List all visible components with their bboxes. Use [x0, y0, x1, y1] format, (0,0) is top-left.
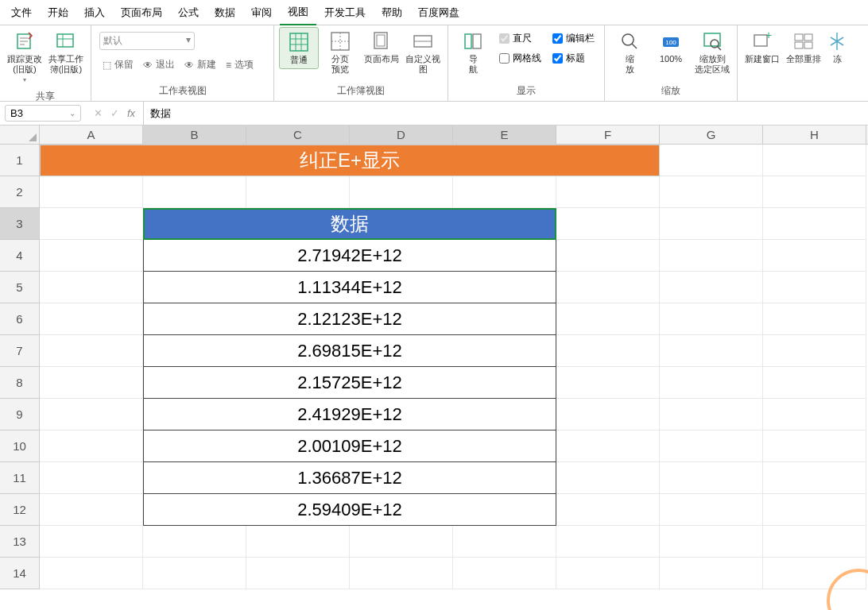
cell-A2[interactable] [40, 176, 143, 208]
data-cell-4[interactable]: 2.69815E+12 [143, 335, 556, 367]
row-header-7[interactable]: 7 [0, 335, 40, 367]
sheetview-selector[interactable]: 默认▾ [99, 32, 195, 50]
cell-G1[interactable] [660, 145, 763, 176]
cell-G5[interactable] [660, 272, 763, 303]
cell-A3[interactable] [40, 208, 143, 240]
cell-E13[interactable] [453, 526, 556, 558]
cell-H12[interactable] [763, 494, 866, 526]
cell-C2[interactable] [246, 176, 350, 208]
cell-F11[interactable] [556, 462, 660, 494]
cell-D14[interactable] [350, 558, 453, 589]
cell-H10[interactable] [763, 430, 866, 462]
cell-F8[interactable] [556, 367, 660, 399]
cell-H4[interactable] [763, 240, 866, 272]
data-cell-2[interactable]: 1.11344E+12 [143, 272, 556, 303]
cell-E14[interactable] [453, 558, 556, 589]
cell-A14[interactable] [40, 558, 143, 589]
fx-icon[interactable]: fx [127, 107, 135, 119]
cell-H2[interactable] [763, 176, 866, 208]
menu-百度网盘[interactable]: 百度网盘 [410, 1, 467, 25]
ruler-checkbox[interactable]: 直尺 [499, 30, 541, 47]
cell-D13[interactable] [350, 526, 453, 558]
row-header-11[interactable]: 11 [0, 462, 40, 494]
cell-F2[interactable] [556, 176, 660, 208]
cell-C13[interactable] [246, 526, 350, 558]
customview-button[interactable]: 自定义视图 [403, 27, 443, 78]
cell-B13[interactable] [143, 526, 246, 558]
formula-input[interactable]: 数据 [144, 106, 177, 121]
row-header-4[interactable]: 4 [0, 240, 40, 272]
title-banner[interactable]: 纠正E+显示 [40, 145, 660, 176]
cell-G2[interactable] [660, 176, 763, 208]
cell-F7[interactable] [556, 335, 660, 367]
cell-H8[interactable] [763, 367, 866, 399]
cell-E2[interactable] [453, 176, 556, 208]
col-header-F[interactable]: F [556, 125, 660, 144]
cell-F12[interactable] [556, 494, 660, 526]
headings-checkbox[interactable]: 标题 [552, 50, 595, 67]
menu-公式[interactable]: 公式 [170, 1, 207, 25]
col-header-G[interactable]: G [660, 125, 763, 144]
cell-F6[interactable] [556, 303, 660, 335]
new-window-button[interactable]: + 新建窗口 [742, 27, 782, 68]
zoom-button[interactable]: 缩 放 [610, 27, 649, 78]
data-cell-8[interactable]: 1.36687E+12 [143, 462, 556, 494]
row-header-13[interactable]: 13 [0, 526, 40, 558]
cell-A11[interactable] [40, 462, 143, 494]
data-cell-1[interactable]: 2.71942E+12 [143, 240, 556, 272]
zoom100-button[interactable]: 100 100% [651, 27, 691, 68]
keep-button[interactable]: ⬚ 保留 [103, 58, 134, 71]
cell-A6[interactable] [40, 303, 143, 335]
cell-H1[interactable] [763, 145, 866, 176]
menu-视图[interactable]: 视图 [280, 0, 316, 25]
cell-F14[interactable] [556, 558, 660, 589]
row-header-14[interactable]: 14 [0, 558, 40, 589]
cell-A12[interactable] [40, 494, 143, 526]
cell-G8[interactable] [660, 367, 763, 399]
cell-H6[interactable] [763, 303, 866, 335]
col-header-C[interactable]: C [246, 125, 350, 144]
cell-F5[interactable] [556, 272, 660, 303]
grid-checkbox[interactable]: 网格线 [499, 50, 541, 67]
menu-审阅[interactable]: 审阅 [243, 1, 280, 25]
cell-A8[interactable] [40, 367, 143, 399]
name-box[interactable]: B3 ⌄ [5, 105, 81, 122]
menu-数据[interactable]: 数据 [207, 1, 243, 25]
cancel-icon[interactable]: ✕ [94, 107, 103, 119]
spreadsheet-grid[interactable]: ABCDEFGH 1234567891011121314 纠正E+显示 数据 2… [0, 125, 868, 589]
menu-页面布局[interactable]: 页面布局 [113, 1, 170, 25]
cell-G9[interactable] [660, 399, 763, 430]
cell-B2[interactable] [143, 176, 246, 208]
cell-H7[interactable] [763, 335, 866, 367]
share-workbook-button[interactable]: 共享工作 簿(旧版) [46, 27, 86, 78]
row-header-3[interactable]: 3 [0, 208, 40, 240]
cell-G10[interactable] [660, 430, 763, 462]
cell-H13[interactable] [763, 526, 866, 558]
cell-A13[interactable] [40, 526, 143, 558]
cell-H11[interactable] [763, 462, 866, 494]
menu-开始[interactable]: 开始 [40, 1, 76, 25]
col-header-H[interactable]: H [763, 125, 866, 144]
row-header-5[interactable]: 5 [0, 272, 40, 303]
data-cell-6[interactable]: 2.41929E+12 [143, 399, 556, 430]
formulabar-checkbox[interactable]: 编辑栏 [552, 30, 595, 47]
data-header-cell[interactable]: 数据 [143, 208, 556, 240]
col-header-D[interactable]: D [350, 125, 453, 144]
cell-G4[interactable] [660, 240, 763, 272]
pagebreak-button[interactable]: 分页 预览 [320, 27, 360, 78]
cell-F13[interactable] [556, 526, 660, 558]
cell-A9[interactable] [40, 399, 143, 430]
cell-G13[interactable] [660, 526, 763, 558]
data-cell-9[interactable]: 2.59409E+12 [143, 494, 556, 526]
zoom-selection-button[interactable]: 缩放到 选定区域 [692, 27, 732, 78]
menu-开发工具[interactable]: 开发工具 [316, 1, 374, 25]
cell-H5[interactable] [763, 272, 866, 303]
normal-view-button[interactable]: 普通 [279, 27, 319, 69]
freeze-button[interactable]: 冻 [825, 27, 849, 68]
data-cell-7[interactable]: 2.00109E+12 [143, 430, 556, 462]
cell-C14[interactable] [246, 558, 350, 589]
exit-button[interactable]: 👁 退出 [143, 58, 175, 71]
select-all-corner[interactable] [0, 125, 40, 145]
cell-B14[interactable] [143, 558, 246, 589]
row-header-9[interactable]: 9 [0, 399, 40, 430]
